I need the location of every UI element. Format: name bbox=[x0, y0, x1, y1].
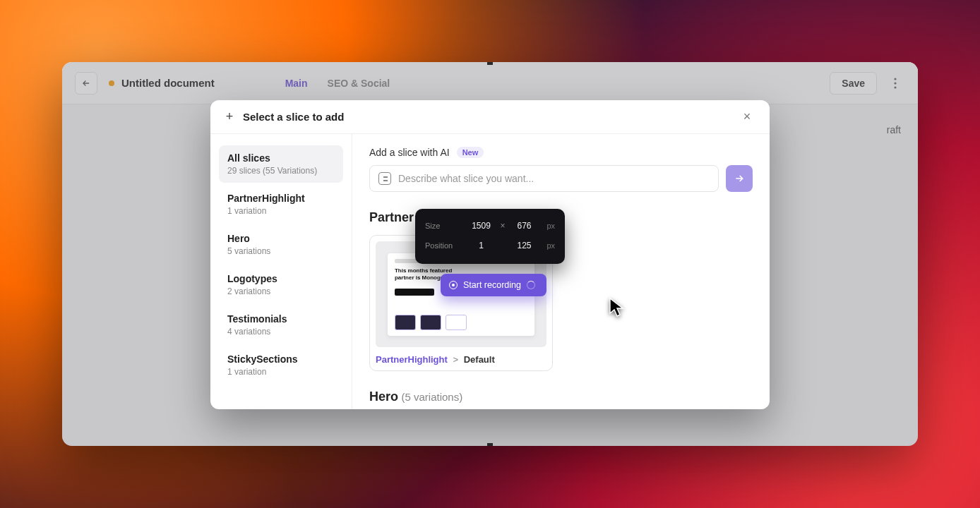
ai-label: Add a slice with AI bbox=[369, 147, 450, 158]
sidebar-item-testimonials[interactable]: Testimonials 4 variations bbox=[219, 306, 343, 344]
start-recording-button[interactable]: Start recording bbox=[441, 274, 546, 296]
arrow-right-icon bbox=[734, 173, 745, 184]
position-unit: px bbox=[541, 241, 555, 250]
sidebar-item-label: PartnerHighlight bbox=[227, 193, 335, 204]
ai-row: Add a slice with AI New bbox=[369, 147, 753, 158]
start-recording-label: Start recording bbox=[463, 280, 521, 290]
slice-card-label: PartnerHighlight > Default bbox=[376, 354, 546, 365]
sidebar-item-label: Hero bbox=[227, 233, 335, 244]
ai-placeholder: Describe what slice you want... bbox=[398, 173, 534, 184]
modal-body: All slices 29 slices (55 Variations) Par… bbox=[210, 134, 770, 409]
sidebar-item-label: Testimonials bbox=[227, 313, 335, 325]
recorder-size-row: Size 1509 × 676 px bbox=[425, 216, 555, 236]
size-width[interactable]: 1509 bbox=[465, 221, 498, 231]
new-badge: New bbox=[457, 147, 484, 158]
modal-main: Add a slice with AI New Describe what sl… bbox=[352, 134, 770, 409]
sidebar-item-label: StickySections bbox=[227, 353, 335, 365]
sidebar-item-label: Logotypes bbox=[227, 273, 335, 284]
ai-prompt-input[interactable]: Describe what slice you want... bbox=[369, 165, 719, 192]
ai-icon bbox=[378, 172, 391, 185]
recorder-panel[interactable]: Size 1509 × 676 px Position 1 125 px bbox=[415, 209, 565, 264]
slice-name: PartnerHighlight bbox=[376, 354, 448, 365]
sidebar-item-hero[interactable]: Hero 5 variations bbox=[219, 226, 343, 263]
sidebar-item-sub: 2 variations bbox=[227, 286, 335, 296]
thumb-boxes bbox=[395, 315, 527, 330]
close-button[interactable]: × bbox=[737, 107, 757, 127]
sidebar-item-sub: 4 variations bbox=[227, 327, 335, 337]
sidebar-item-all-slices[interactable]: All slices 29 slices (55 Variations) bbox=[219, 145, 343, 183]
size-unit: px bbox=[541, 222, 555, 230]
thumb-cta bbox=[395, 289, 434, 296]
separator: > bbox=[453, 354, 458, 365]
section-hero-heading: Hero (5 variations) bbox=[369, 389, 753, 404]
size-label: Size bbox=[425, 222, 465, 230]
variant-name: Default bbox=[464, 354, 495, 365]
size-height[interactable]: 676 bbox=[508, 221, 541, 231]
modal-header: + Select a slice to add × bbox=[210, 100, 770, 134]
ai-submit-button[interactable] bbox=[726, 165, 753, 192]
plus-icon: + bbox=[223, 111, 236, 123]
thumb-box bbox=[395, 315, 416, 330]
sidebar-item-stickysections[interactable]: StickySections 1 variation bbox=[219, 346, 343, 384]
section-hero-title: Hero bbox=[369, 389, 398, 404]
modal-title: Select a slice to add bbox=[243, 111, 344, 123]
section-hero-sub: (5 variations) bbox=[401, 391, 462, 403]
sidebar-item-partnerhighlight[interactable]: PartnerHighlight 1 variation bbox=[219, 186, 343, 223]
thumb-box bbox=[420, 315, 441, 330]
sidebar-item-sub: 1 variation bbox=[227, 206, 335, 216]
record-icon bbox=[449, 281, 458, 289]
ai-input-row: Describe what slice you want... bbox=[369, 165, 753, 192]
sidebar-item-label: All slices bbox=[227, 152, 335, 164]
sidebar-item-sub: 29 slices (55 Variations) bbox=[227, 166, 335, 176]
sidebar-item-sub: 5 variations bbox=[227, 246, 335, 256]
thumb-box bbox=[446, 315, 467, 330]
recorder-position-row: Position 1 125 px bbox=[425, 236, 555, 255]
sidebar-item-sub: 1 variation bbox=[227, 367, 335, 377]
position-label: Position bbox=[425, 241, 465, 250]
spinner-icon bbox=[527, 281, 535, 289]
sidebar-item-logotypes[interactable]: Logotypes 2 variations bbox=[219, 266, 343, 303]
position-y[interactable]: 125 bbox=[508, 241, 541, 250]
position-x[interactable]: 1 bbox=[465, 241, 498, 250]
slice-type-sidebar: All slices 29 slices (55 Variations) Par… bbox=[210, 134, 352, 409]
times-icon: × bbox=[498, 221, 508, 231]
